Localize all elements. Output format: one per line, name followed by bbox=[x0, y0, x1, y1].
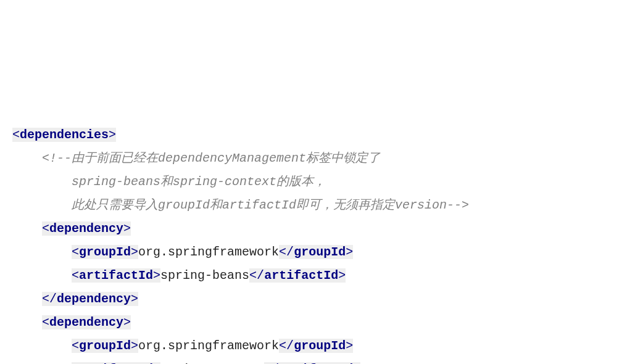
groupid-value-2: org.springframework bbox=[138, 339, 279, 353]
tag-artifactid-close-1: </artifactId> bbox=[249, 268, 346, 283]
tag-artifactid-open-1: <artifactId> bbox=[72, 268, 160, 283]
tag-groupid-close-1: </groupId> bbox=[279, 245, 353, 259]
artifactid-value-1: spring-beans bbox=[160, 268, 249, 283]
tag-dependencies-open: <dependencies> bbox=[12, 128, 116, 142]
xml-code-block: <dependencies> <!--由于前面已经在dependencyMana… bbox=[12, 100, 631, 364]
groupid-value-1: org.springframework bbox=[138, 245, 279, 259]
tag-groupid-open-1: <groupId> bbox=[72, 245, 138, 259]
tag-dependency-open-2: <dependency> bbox=[42, 315, 131, 329]
tag-groupid-close-2: </groupId> bbox=[279, 339, 353, 353]
xml-comment-line1: <!--由于前面已经在dependencyManagement标签中锁定了 bbox=[42, 151, 380, 165]
xml-comment-line3: 此处只需要导入groupId和artifactId即可，无须再指定version… bbox=[72, 198, 469, 212]
tag-dependency-close-1: </dependency> bbox=[42, 292, 138, 306]
xml-comment-line2: spring-beans和spring-context的版本， bbox=[72, 175, 326, 189]
tag-dependency-open-1: <dependency> bbox=[42, 221, 131, 236]
tag-groupid-open-2: <groupId> bbox=[72, 339, 138, 353]
